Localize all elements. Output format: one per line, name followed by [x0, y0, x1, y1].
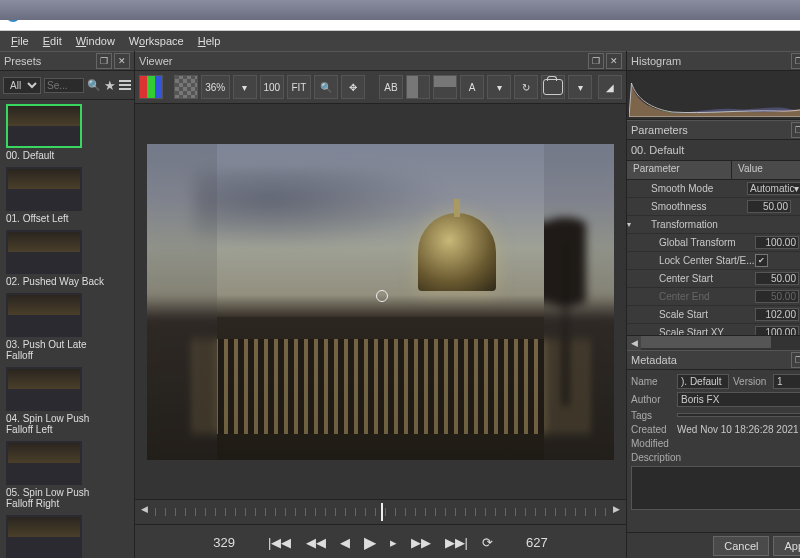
undock-icon[interactable]: ❐: [791, 53, 800, 69]
preset-item[interactable]: 00. Default: [6, 104, 128, 161]
parameter-hscroll[interactable]: ◀ ▶: [627, 335, 800, 350]
histogram-display: [627, 71, 800, 120]
preset-thumb[interactable]: [6, 515, 82, 558]
parameter-tree[interactable]: Smooth ModeAutomatic▾Smoothness50.00▾Tra…: [627, 180, 800, 335]
meta-tags-field[interactable]: [677, 413, 800, 417]
goto-start-icon[interactable]: |◀◀: [268, 535, 291, 550]
meta-name-field[interactable]: ). Default: [677, 374, 729, 389]
meta-version-field[interactable]: 1: [773, 374, 800, 389]
preset-thumb[interactable]: [6, 104, 82, 148]
checker-button[interactable]: [174, 75, 198, 99]
channel-a-button[interactable]: A: [460, 75, 484, 99]
meta-author-field[interactable]: Boris FX: [677, 392, 800, 407]
parameter-row[interactable]: Lock Center Start/E...✔: [627, 252, 800, 270]
parameter-row[interactable]: Scale Start XY100.0010: [627, 324, 800, 335]
search-icon[interactable]: 🔍: [87, 79, 101, 92]
preset-thumb[interactable]: [6, 230, 82, 274]
close-icon[interactable]: ✕: [606, 53, 622, 69]
play-reverse-icon[interactable]: ◀: [340, 535, 350, 550]
loop-icon[interactable]: ⟳: [482, 535, 493, 550]
parameter-value-x[interactable]: 100.00: [755, 326, 799, 335]
channel-rgb-button[interactable]: [139, 75, 163, 99]
menu-edit[interactable]: Edit: [36, 33, 69, 49]
parameter-row[interactable]: Global Transform100.00: [627, 234, 800, 252]
preset-filter-select[interactable]: All: [3, 77, 41, 94]
snapshot-button[interactable]: [541, 75, 565, 99]
preset-label: 02. Pushed Way Back: [6, 276, 106, 287]
frame-in[interactable]: 329: [194, 535, 254, 550]
preset-thumb[interactable]: [6, 293, 82, 337]
meta-created: Wed Nov 10 18:26:28 2021: [677, 424, 799, 435]
preset-list[interactable]: 00. Default01. Offset Left02. Pushed Way…: [0, 100, 134, 558]
move-icon[interactable]: ✥: [341, 75, 365, 99]
preset-item[interactable]: 02. Pushed Way Back: [6, 230, 128, 287]
zoom-100-button[interactable]: 100: [260, 75, 284, 99]
parameter-row[interactable]: ▾Transformation: [627, 216, 800, 234]
zoom-display[interactable]: 36%: [201, 75, 230, 99]
preset-item[interactable]: 06. Spin Low Push Forward: [6, 515, 128, 558]
timeline-ruler[interactable]: ◀ ▶: [135, 499, 626, 524]
close-icon[interactable]: ✕: [114, 53, 130, 69]
parameter-value-x[interactable]: 50.00: [755, 272, 799, 285]
compare-ab-button[interactable]: AB: [379, 75, 403, 99]
undock-icon[interactable]: ❐: [791, 352, 800, 368]
step-forward-icon[interactable]: ▶▶: [411, 535, 431, 550]
frame-out[interactable]: 627: [507, 535, 567, 550]
cancel-button[interactable]: Cancel: [713, 536, 769, 556]
histogram-icon[interactable]: ◢: [598, 75, 622, 99]
preset-thumb[interactable]: [6, 441, 82, 485]
preset-label: 04. Spin Low Push Falloff Left: [6, 413, 106, 435]
zoom-fit-button[interactable]: FIT: [287, 75, 311, 99]
parameter-preset-name: 00. Default: [631, 144, 800, 156]
parameter-label: Global Transform: [637, 237, 755, 248]
preset-item[interactable]: 01. Offset Left: [6, 167, 128, 224]
presets-header: Presets ❐ ✕: [0, 51, 134, 71]
meta-description-field[interactable]: [631, 466, 800, 510]
viewer-canvas-area[interactable]: [135, 104, 626, 499]
parameter-row[interactable]: Smooth ModeAutomatic▾: [627, 180, 800, 198]
parameter-checkbox[interactable]: ✔: [755, 254, 768, 267]
undock-icon[interactable]: ❐: [588, 53, 604, 69]
parameter-row[interactable]: Scale Start102.00: [627, 306, 800, 324]
play-icon[interactable]: ▶: [364, 533, 376, 552]
favorite-icon[interactable]: ★: [104, 78, 116, 93]
center-marker-icon[interactable]: [376, 290, 388, 302]
step-back-icon[interactable]: ◀◀: [306, 535, 326, 550]
split-vert-button[interactable]: [406, 75, 430, 99]
parameter-label: Scale Start: [637, 309, 755, 320]
preset-label: 05. Spin Low Push Falloff Right: [6, 487, 106, 509]
parameter-row[interactable]: Smoothness50.00: [627, 198, 800, 216]
parameter-value[interactable]: 50.00: [747, 200, 791, 213]
menu-workspace[interactable]: Workspace: [122, 33, 191, 49]
refresh-icon[interactable]: ↻: [514, 75, 538, 99]
parameter-value[interactable]: 100.00: [755, 236, 799, 249]
magnify-icon[interactable]: 🔍: [314, 75, 338, 99]
zoom-dropdown-icon[interactable]: ▾: [233, 75, 257, 99]
snapshot-dropdown-icon[interactable]: ▾: [568, 75, 592, 99]
menu-help[interactable]: Help: [191, 33, 228, 49]
preset-item[interactable]: 05. Spin Low Push Falloff Right: [6, 441, 128, 509]
split-horiz-button[interactable]: [433, 75, 457, 99]
preset-thumb[interactable]: [6, 167, 82, 211]
play-forward-icon[interactable]: ▸: [390, 535, 397, 550]
menu-file[interactable]: File: [4, 33, 36, 49]
expand-icon[interactable]: ▾: [627, 220, 637, 229]
undock-icon[interactable]: ❐: [791, 122, 800, 138]
menu-icon[interactable]: [119, 80, 131, 90]
apply-button[interactable]: Apply: [773, 536, 800, 556]
parameter-combo[interactable]: Automatic▾: [747, 182, 800, 195]
undock-icon[interactable]: ❐: [96, 53, 112, 69]
parameter-row[interactable]: Center Start50.0050: [627, 270, 800, 288]
preset-thumb[interactable]: [6, 367, 82, 411]
playhead[interactable]: [381, 503, 383, 521]
preset-item[interactable]: 03. Push Out Late Falloff: [6, 293, 128, 361]
parameter-row[interactable]: Center End50.00: [627, 288, 800, 306]
scroll-left-icon: ◀: [627, 336, 641, 350]
parameter-value-x[interactable]: 50.00: [755, 290, 799, 303]
menu-window[interactable]: Window: [69, 33, 122, 49]
channel-dropdown-icon[interactable]: ▾: [487, 75, 511, 99]
preset-search-input[interactable]: [44, 78, 84, 93]
goto-end-icon[interactable]: ▶▶|: [445, 535, 468, 550]
preset-item[interactable]: 04. Spin Low Push Falloff Left: [6, 367, 128, 435]
parameter-value[interactable]: 102.00: [755, 308, 799, 321]
